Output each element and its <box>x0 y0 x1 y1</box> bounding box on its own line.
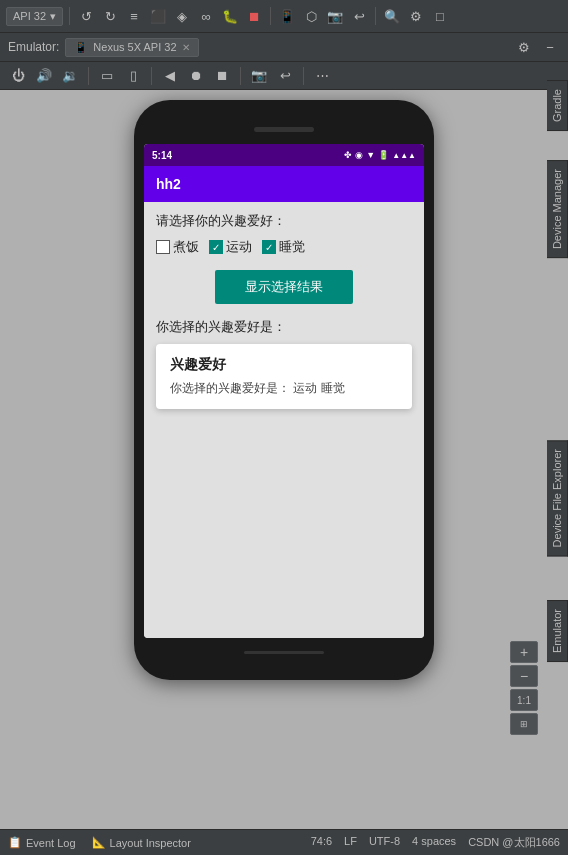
more-icon[interactable]: ⋯ <box>312 66 332 86</box>
rotate-icon[interactable]: ⬡ <box>301 6 321 26</box>
zoom-out-button[interactable]: − <box>510 665 538 687</box>
show-result-button[interactable]: 显示选择结果 <box>215 270 353 304</box>
settings-status-icon: ✤ <box>344 150 352 160</box>
power-icon[interactable]: ⏻ <box>8 66 28 86</box>
top-toolbar: API 32 ▾ ↺ ↻ ≡ ⬛ ◈ ∞ 🐛 ⏹ 📱 ⬡ 📷 ↩ 🔍 ⚙ □ <box>0 0 568 32</box>
run-forward-icon[interactable]: ↻ <box>100 6 120 26</box>
zoom-level-label: 1:1 <box>510 689 538 711</box>
task-icon[interactable]: ≡ <box>124 6 144 26</box>
close-tab-icon[interactable]: ✕ <box>182 42 190 53</box>
chevron-down-icon: ▾ <box>50 10 56 23</box>
device-area: 5:14 ✤ ◉ ▼ 🔋 ▲▲▲ hh2 请选择你的兴趣爱好： <box>0 90 568 829</box>
status-icons: ✤ ◉ ▼ 🔋 ▲▲▲ <box>344 150 416 160</box>
phone-bottom <box>144 642 424 662</box>
zoom-fit-button[interactable]: ⊞ <box>510 713 538 735</box>
line-ending: LF <box>344 835 357 850</box>
layout-inspector-icon: 📐 <box>92 836 106 849</box>
battery-icon: 🔋 <box>378 150 389 160</box>
dialog-content: 你选择的兴趣爱好是： 运动 睡觉 <box>170 380 398 397</box>
toolbar-separator-1 <box>69 7 70 25</box>
status-time: 5:14 <box>152 150 172 161</box>
settings-icon[interactable]: ⚙ <box>406 6 426 26</box>
cooking-checkbox[interactable] <box>156 240 170 254</box>
run-back-icon[interactable]: ↺ <box>76 6 96 26</box>
emulator-minimize-icon[interactable]: − <box>540 37 560 57</box>
toolbar-separator-3 <box>375 7 376 25</box>
camera-icon[interactable]: 📷 <box>249 66 269 86</box>
help-icon[interactable]: □ <box>430 6 450 26</box>
device-sep-1 <box>88 67 89 85</box>
emulator-tab[interactable]: 📱 Nexus 5X API 32 ✕ <box>65 38 198 57</box>
charset-label: UTF-8 <box>369 835 400 850</box>
search-icon[interactable]: 🔍 <box>382 6 402 26</box>
volume-down-icon[interactable]: 🔉 <box>60 66 80 86</box>
bottom-right-status: 74:6 LF UTF-8 4 spaces CSDN @太阳1666 <box>311 835 560 850</box>
event-log-label: Event Log <box>26 837 76 849</box>
sleep-label: 睡觉 <box>279 238 305 256</box>
sleep-checkbox[interactable]: ✓ <box>262 240 276 254</box>
volume-up-icon[interactable]: 🔊 <box>34 66 54 86</box>
undo-icon[interactable]: ↩ <box>275 66 295 86</box>
rotate-landscape-icon[interactable]: ▯ <box>123 66 143 86</box>
phone-notch <box>144 118 424 140</box>
exercise-label: 运动 <box>226 238 252 256</box>
api-dropdown[interactable]: API 32 ▾ <box>6 7 63 26</box>
device-sep-4 <box>303 67 304 85</box>
dialog-title: 兴趣爱好 <box>170 356 398 374</box>
api-label: API 32 <box>13 10 46 22</box>
emulator-settings-icon[interactable]: ⚙ <box>514 37 534 57</box>
attach-icon[interactable]: ∞ <box>196 6 216 26</box>
sidebar-item-emulator[interactable]: Emulator <box>547 600 568 662</box>
debug-icon[interactable]: 🐛 <box>220 6 240 26</box>
emulator-bar-right: ⚙ − <box>514 37 560 57</box>
event-log-icon: 📋 <box>8 836 22 849</box>
device-tab-name: Nexus 5X API 32 <box>93 41 176 53</box>
wifi-status-icon: ◉ <box>355 150 363 160</box>
status-bar: 5:14 ✤ ◉ ▼ 🔋 ▲▲▲ <box>144 144 424 166</box>
device-tab-icon: 📱 <box>74 41 88 54</box>
emulator-bar: Emulator: 📱 Nexus 5X API 32 ✕ ⚙ − <box>0 32 568 62</box>
app-bar: hh2 <box>144 166 424 202</box>
home-icon[interactable]: ⏺ <box>186 66 206 86</box>
indent-label: 4 spaces <box>412 835 456 850</box>
checkbox-row: 煮饭 ✓ 运动 ✓ 睡觉 <box>156 238 412 256</box>
back-icon[interactable]: ◀ <box>160 66 180 86</box>
device-sep-2 <box>151 67 152 85</box>
sidebar-item-device-file-explorer[interactable]: Device File Explorer <box>547 440 568 556</box>
layout-inspector-tab[interactable]: 📐 Layout Inspector <box>92 836 191 849</box>
phone-screen: 5:14 ✤ ◉ ▼ 🔋 ▲▲▲ hh2 请选择你的兴趣爱好： <box>144 144 424 638</box>
sidebar-item-gradle[interactable]: Gradle <box>547 80 568 131</box>
result-label: 你选择的兴趣爱好是： <box>156 318 412 336</box>
device-icon[interactable]: 📱 <box>277 6 297 26</box>
emulator-label: Emulator: <box>8 40 59 54</box>
toolbar-separator-2 <box>270 7 271 25</box>
checkbox-sleep[interactable]: ✓ 睡觉 <box>262 238 305 256</box>
sidebar-item-device-manager[interactable]: Device Manager <box>547 160 568 258</box>
coverage-icon[interactable]: ⬛ <box>148 6 168 26</box>
cursor-position: 74:6 <box>311 835 332 850</box>
bottom-bar: 📋 Event Log 📐 Layout Inspector 74:6 LF U… <box>0 829 568 855</box>
exercise-checkbox[interactable]: ✓ <box>209 240 223 254</box>
recents-icon[interactable]: ⏹ <box>212 66 232 86</box>
screenshot-icon[interactable]: 📷 <box>325 6 345 26</box>
main-area: 5:14 ✤ ◉ ▼ 🔋 ▲▲▲ hh2 请选择你的兴趣爱好： <box>0 90 568 829</box>
extra-label: CSDN @太阳1666 <box>468 835 560 850</box>
stop-icon[interactable]: ⏹ <box>244 6 264 26</box>
rotate-portrait-icon[interactable]: ▭ <box>97 66 117 86</box>
cooking-label: 煮饭 <box>173 238 199 256</box>
reset-icon[interactable]: ↩ <box>349 6 369 26</box>
signal-icon: ▲▲▲ <box>392 151 416 160</box>
layout-inspector-label: Layout Inspector <box>110 837 191 849</box>
zoom-in-button[interactable]: + <box>510 641 538 663</box>
checkbox-cooking[interactable]: 煮饭 <box>156 238 199 256</box>
phone-speaker <box>254 127 314 132</box>
checkbox-exercise[interactable]: ✓ 运动 <box>209 238 252 256</box>
app-content: 请选择你的兴趣爱好： 煮饭 ✓ 运动 ✓ 睡觉 <box>144 202 424 638</box>
event-log-tab[interactable]: 📋 Event Log <box>8 836 76 849</box>
phone-frame: 5:14 ✤ ◉ ▼ 🔋 ▲▲▲ hh2 请选择你的兴趣爱好： <box>134 100 434 680</box>
data-status-icon: ▼ <box>366 150 375 160</box>
section-label: 请选择你的兴趣爱好： <box>156 212 412 230</box>
device-toolbar: ⏻ 🔊 🔉 ▭ ▯ ◀ ⏺ ⏹ 📷 ↩ ⋯ <box>0 62 568 90</box>
profile-icon[interactable]: ◈ <box>172 6 192 26</box>
dialog-card: 兴趣爱好 你选择的兴趣爱好是： 运动 睡觉 <box>156 344 412 409</box>
